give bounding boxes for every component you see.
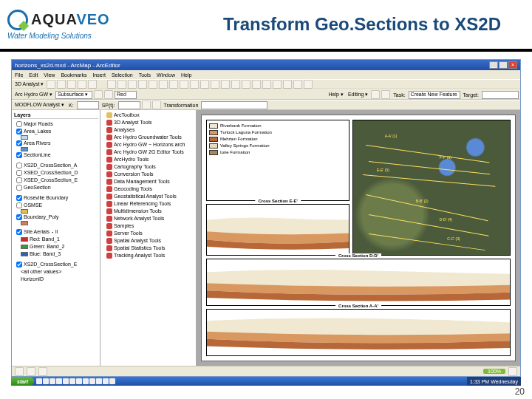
- layer-label[interactable]: XSED_CrossSection_E: [24, 177, 78, 184]
- layer-label[interactable]: Area_Lakes: [24, 128, 51, 135]
- catalog-icon[interactable]: [304, 80, 313, 89]
- layer-check[interactable]: [16, 152, 22, 158]
- input-sp[interactable]: [118, 101, 140, 109]
- zoom-in-icon[interactable]: [211, 80, 219, 89]
- toolbox-item[interactable]: Spatial Analyst Tools: [102, 237, 194, 245]
- measure-icon[interactable]: [283, 80, 292, 89]
- toolbox-item[interactable]: Spatial Statistics Tools: [102, 245, 194, 252]
- toolbox-item[interactable]: Multidimension Tools: [102, 208, 194, 215]
- toolbox-item[interactable]: Samples: [102, 222, 194, 230]
- undo-icon[interactable]: [180, 80, 188, 89]
- toolbox-item[interactable]: Server Tools: [102, 230, 194, 237]
- quicklaunch[interactable]: [34, 378, 117, 384]
- toolbox-item[interactable]: 3D Analyst Tools: [102, 119, 194, 126]
- menu-edit[interactable]: Edit: [29, 72, 38, 78]
- toolbox-item[interactable]: ArcHydro Tools: [102, 156, 194, 163]
- menu-insert[interactable]: Insert: [92, 72, 106, 78]
- ql-icon[interactable]: [83, 378, 89, 384]
- maximize-button[interactable]: □: [499, 61, 508, 69]
- layer-label[interactable]: GeoSection: [24, 184, 51, 191]
- toolbox-item[interactable]: Analyses: [102, 126, 194, 134]
- ql-icon[interactable]: [89, 378, 95, 384]
- start-button[interactable]: start: [11, 377, 34, 386]
- layer-label[interactable]: XS2D_CrossSection_A: [24, 162, 77, 169]
- close-button[interactable]: ×: [508, 61, 517, 69]
- toolbox-item[interactable]: Geostatistical Analyst Tools: [102, 193, 194, 200]
- toolbox-item[interactable]: Conversion Tools: [102, 171, 194, 178]
- layer-label[interactable]: XSED_CrossSection_D: [24, 169, 78, 177]
- layer-check[interactable]: [16, 202, 22, 208]
- toolbox-root[interactable]: ArcToolbox: [114, 112, 140, 119]
- cut-icon[interactable]: [149, 80, 157, 89]
- input-k[interactable]: [77, 101, 99, 109]
- layer-check[interactable]: [16, 195, 22, 201]
- layer-check[interactable]: [16, 262, 22, 267]
- tb-icon[interactable]: [67, 80, 76, 89]
- ql-icon[interactable]: [43, 378, 49, 384]
- ql-icon[interactable]: [76, 378, 82, 384]
- toc-panel[interactable]: Layers Major Roads Area_Lakes Area River…: [12, 110, 100, 366]
- ql-icon[interactable]: [56, 378, 62, 384]
- tb-icon[interactable]: [78, 80, 86, 89]
- layer-label[interactable]: Roseville Boundary: [24, 194, 68, 202]
- new-icon[interactable]: [107, 80, 116, 89]
- tb-icon[interactable]: [47, 80, 55, 89]
- map-frame[interactable]: A-A' (1) F-F' (6) E-E' (5) B-B' (2) D-D'…: [352, 120, 511, 256]
- lbl-modflow[interactable]: MODFLOW Analyst ▾: [13, 102, 66, 108]
- toolbox-item[interactable]: Arc Hydro GW 2G Editor Tools: [102, 149, 194, 156]
- ql-icon[interactable]: [63, 378, 69, 384]
- layer-label[interactable]: Area Rivers: [24, 140, 51, 147]
- layer-sub[interactable]: <all other values>: [21, 268, 61, 276]
- toolbox-item[interactable]: Arc Hydro Groundwater Tools: [102, 134, 194, 141]
- layer-label[interactable]: Major Roads: [24, 120, 53, 128]
- tb-3danalyst[interactable]: 3D Analyst ▾: [13, 81, 45, 87]
- layer-check[interactable]: [16, 214, 22, 220]
- tb-icon[interactable]: [104, 90, 113, 99]
- snap-icon[interactable]: [508, 367, 517, 376]
- menu-bookmarks[interactable]: Bookmarks: [61, 72, 86, 78]
- save-icon[interactable]: [128, 80, 137, 89]
- sel-tx[interactable]: [201, 101, 267, 109]
- layout-view-icon[interactable]: [27, 367, 35, 376]
- input-color[interactable]: Red: [115, 91, 137, 99]
- layer-label[interactable]: SectionLine: [24, 151, 51, 159]
- windows-taskbar[interactable]: start 1:33 PM Wednesday: [11, 377, 521, 386]
- ql-icon[interactable]: [69, 378, 75, 384]
- lbl-help[interactable]: Help ▾: [327, 92, 345, 98]
- menu-file[interactable]: File: [15, 72, 23, 78]
- layer-check[interactable]: [16, 163, 22, 168]
- toolbox-item[interactable]: Network Analyst Tools: [102, 215, 194, 222]
- lbl-archydro[interactable]: Arc Hydro GW ▾: [13, 92, 54, 98]
- menu-tools[interactable]: Tools: [139, 72, 151, 78]
- ql-icon[interactable]: [96, 378, 102, 384]
- arctoolbox-panel[interactable]: ArcToolbox 3D Analyst ToolsAnalysesArc H…: [100, 110, 197, 366]
- ql-icon[interactable]: [36, 378, 42, 384]
- data-view-icon[interactable]: [15, 367, 24, 376]
- layer-check[interactable]: [16, 177, 22, 183]
- layer-label[interactable]: OSMSE: [24, 202, 42, 209]
- ql-icon[interactable]: [50, 378, 55, 384]
- identify-icon[interactable]: [262, 80, 271, 89]
- toolbox-item[interactable]: Tracking Analyst Tools: [102, 252, 194, 259]
- ql-icon[interactable]: [109, 378, 115, 384]
- minimize-button[interactable]: _: [489, 61, 498, 69]
- paste-icon[interactable]: [169, 80, 178, 89]
- edit-pointer-icon[interactable]: [371, 90, 380, 99]
- toolbox-item[interactable]: Data Management Tools: [102, 178, 194, 185]
- window-titlebar[interactable]: horizons_xs2d.mxd - ArcMap - ArcEditor _…: [12, 60, 520, 70]
- sketch-icon[interactable]: [381, 90, 390, 99]
- tb-icon[interactable]: [57, 80, 66, 89]
- menu-selection[interactable]: Selection: [112, 72, 133, 78]
- layer-label[interactable]: Site Aerials ⬩ ll: [24, 228, 58, 236]
- sel-target[interactable]: [482, 91, 519, 99]
- layer-check[interactable]: [16, 121, 22, 127]
- sel-subsurface[interactable]: Subsurface ▾: [55, 91, 92, 99]
- tb-icon[interactable]: [88, 80, 97, 89]
- zoom-out-icon[interactable]: [221, 80, 230, 89]
- select-icon[interactable]: [252, 80, 261, 89]
- layer-check[interactable]: [16, 170, 22, 176]
- tb-icon[interactable]: [94, 90, 103, 99]
- sel-task[interactable]: Create New Feature: [409, 91, 460, 99]
- layer-check[interactable]: [16, 129, 22, 134]
- toolbox-item[interactable]: Arc Hydro GW − Horizons arch: [102, 141, 194, 149]
